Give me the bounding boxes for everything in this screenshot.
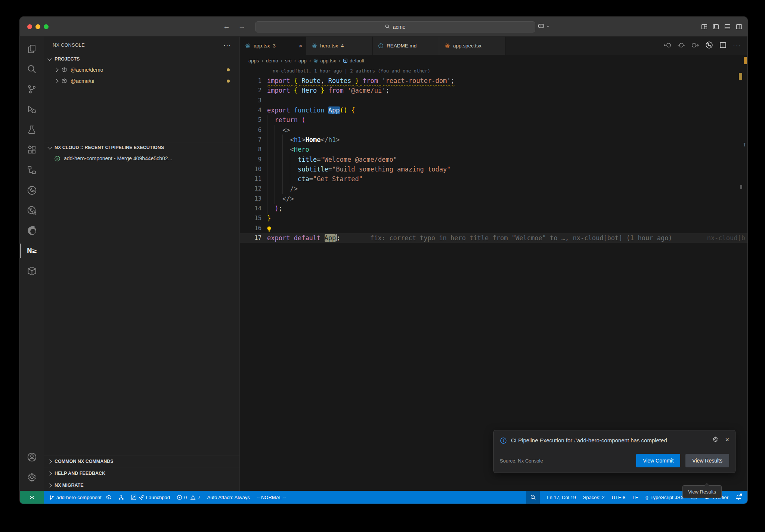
breadcrumb-file[interactable]: app.tsx <box>313 58 336 64</box>
code-line-10[interactable]: 10 subtitle="Build something amazing tod… <box>240 164 747 174</box>
section-nx-migrate[interactable]: NX MIGRATE <box>44 479 239 491</box>
notification-settings-gear-icon[interactable] <box>712 436 718 444</box>
explorer-icon[interactable] <box>20 39 44 59</box>
command-center-search[interactable]: acme <box>255 21 535 33</box>
launchpad-item[interactable]: Launchpad <box>131 494 170 500</box>
nx-console-icon[interactable]: N≥ <box>20 241 44 261</box>
minimize-window-button[interactable] <box>35 24 40 29</box>
chevron-down-icon <box>47 145 52 149</box>
cursor-position-item[interactable]: Ln 17, Col 19 <box>547 495 576 500</box>
view-commit-button[interactable]: View Commit <box>636 454 680 467</box>
copilot-menu[interactable] <box>538 21 550 32</box>
run-and-debug-icon[interactable] <box>20 99 44 120</box>
code-line-16[interactable]: 16 <box>240 223 747 233</box>
code-line-14[interactable]: 14 ); <box>240 204 747 213</box>
zoom-indicator[interactable] <box>526 491 540 504</box>
breadcrumb-symbol-default[interactable]: default <box>343 58 364 64</box>
source-control-icon[interactable] <box>20 79 44 99</box>
more-actions-icon[interactable]: ··· <box>223 43 231 47</box>
section-common-nx-commands[interactable]: COMMON NX COMMANDS <box>44 455 239 467</box>
code-line-6[interactable]: 6 <> <box>240 125 747 134</box>
code-line-11[interactable]: 11 cta="Get Started" <box>240 174 747 184</box>
problems-item[interactable]: 0 7 <box>177 495 200 500</box>
git-branch-item[interactable]: add-hero-component <box>49 494 112 500</box>
code-line-9[interactable]: 9 title="Welcome @acme/demo" <box>240 154 747 164</box>
code-line-2[interactable]: 2import { Hero } from '@acme/ui'; <box>240 86 747 95</box>
history-forward-icon[interactable]: → <box>238 22 245 31</box>
edge-browser-icon[interactable] <box>20 220 44 241</box>
vim-mode-item[interactable]: -- NORMAL -- <box>257 495 287 500</box>
errors-count: 0 <box>184 495 187 500</box>
view-results-button[interactable]: View Results <box>685 454 729 467</box>
code-editor[interactable]: nx-cloud[bot], 1 hour ago | 2 authors (Y… <box>240 66 747 491</box>
tab-readme-md[interactable]: README.md <box>373 37 439 55</box>
section-help-and-feedback[interactable]: HELP AND FEEDBACK <box>44 467 239 479</box>
code-line-12[interactable]: 12 /> <box>240 184 747 194</box>
containers-icon[interactable] <box>20 261 44 281</box>
accounts-icon[interactable] <box>20 447 44 467</box>
search-icon[interactable] <box>20 59 44 79</box>
section-nx-cloud[interactable]: NX CLOUD :: RECENT CI PIPELINE EXECUTION… <box>44 142 239 153</box>
tab-hero-tsx[interactable]: hero.tsx 4 <box>306 37 373 55</box>
breadcrumb-src[interactable]: src <box>285 58 291 64</box>
tab-app-tsx[interactable]: app.tsx 3 × <box>240 37 306 55</box>
more-actions-icon[interactable]: ··· <box>733 42 741 50</box>
toggle-panel-icon[interactable] <box>724 24 731 30</box>
close-window-button[interactable] <box>27 24 32 29</box>
language-mode-item[interactable]: {} TypeScript JSX <box>645 495 684 500</box>
nx-graph-icon[interactable] <box>20 180 44 200</box>
code-line-17[interactable]: 17export default App;fix: correct typo i… <box>240 233 747 243</box>
zoom-window-button[interactable] <box>44 24 49 29</box>
section-projects[interactable]: PROJECTS <box>44 54 239 64</box>
gitlens-forward-icon[interactable] <box>691 41 699 50</box>
package-icon <box>61 67 67 73</box>
breadcrumb-apps[interactable]: apps <box>248 58 259 64</box>
close-icon[interactable]: × <box>299 43 302 49</box>
react-icon <box>312 43 317 49</box>
code-line-15[interactable]: 15} <box>240 213 747 223</box>
notifications-bell-icon[interactable] <box>735 494 741 500</box>
commit-graph-icon[interactable] <box>705 41 713 50</box>
settings-gear-icon[interactable] <box>20 467 44 487</box>
toggle-secondary-sidebar-icon[interactable] <box>736 24 742 30</box>
search-value: acme <box>393 24 405 30</box>
code-line-3[interactable]: 3 <box>240 96 747 105</box>
eol-item[interactable]: LF <box>632 495 638 500</box>
info-icon <box>500 437 507 444</box>
history-back-icon[interactable]: ← <box>223 22 230 31</box>
code-line-8[interactable]: 8 <Hero <box>240 145 747 154</box>
gutter-modified-mark <box>739 73 742 80</box>
split-editor-icon[interactable] <box>719 41 727 50</box>
remote-indicator[interactable] <box>20 491 44 504</box>
testing-icon[interactable] <box>20 120 44 140</box>
code-line-13[interactable]: 13 </> <box>240 194 747 204</box>
ci-pipeline-item[interactable]: add-hero-component - Merge 409b44e5cb02.… <box>44 153 239 164</box>
chevron-right-icon <box>47 459 52 463</box>
quick-fix-lightbulb-icon[interactable] <box>266 226 272 234</box>
indentation-item[interactable]: Spaces: 2 <box>583 495 605 500</box>
code-line-1[interactable]: 1import { Route, Routes } from 'react-ro… <box>240 76 747 86</box>
package-icon <box>61 78 67 84</box>
commit-graph-button[interactable] <box>118 495 124 500</box>
code-line-5[interactable]: 5 return ( <box>240 115 747 125</box>
gitlens-current-icon[interactable] <box>678 41 685 50</box>
extensions-icon[interactable] <box>20 140 44 160</box>
code-line-4[interactable]: 4export function App() { <box>240 105 747 115</box>
project-structure-icon[interactable] <box>20 160 44 180</box>
rocket-icon <box>139 495 144 500</box>
project-item-acme-ui[interactable]: @acme/ui <box>44 75 239 87</box>
close-icon[interactable]: × <box>725 436 729 444</box>
toggle-primary-sidebar-icon[interactable] <box>713 24 719 30</box>
tab-app-spec-tsx[interactable]: app.spec.tsx <box>439 37 506 55</box>
tab-label: app.spec.tsx <box>453 43 481 49</box>
project-item-acme-demo[interactable]: @acme/demo <box>44 64 239 75</box>
gitlens-back-icon[interactable] <box>664 41 671 50</box>
breadcrumb-demo[interactable]: demo <box>266 58 278 64</box>
auto-attach-item[interactable]: Auto Attach: Always <box>207 495 250 500</box>
customize-layout-icon[interactable] <box>701 24 707 30</box>
code-line-7[interactable]: 7 <h1>Home</h1> <box>240 135 747 145</box>
encoding-item[interactable]: UTF-8 <box>612 495 626 500</box>
nx-inspect-icon[interactable] <box>20 200 44 220</box>
breadcrumb-app[interactable]: app <box>298 58 307 64</box>
line-number: 7 <box>240 136 261 143</box>
